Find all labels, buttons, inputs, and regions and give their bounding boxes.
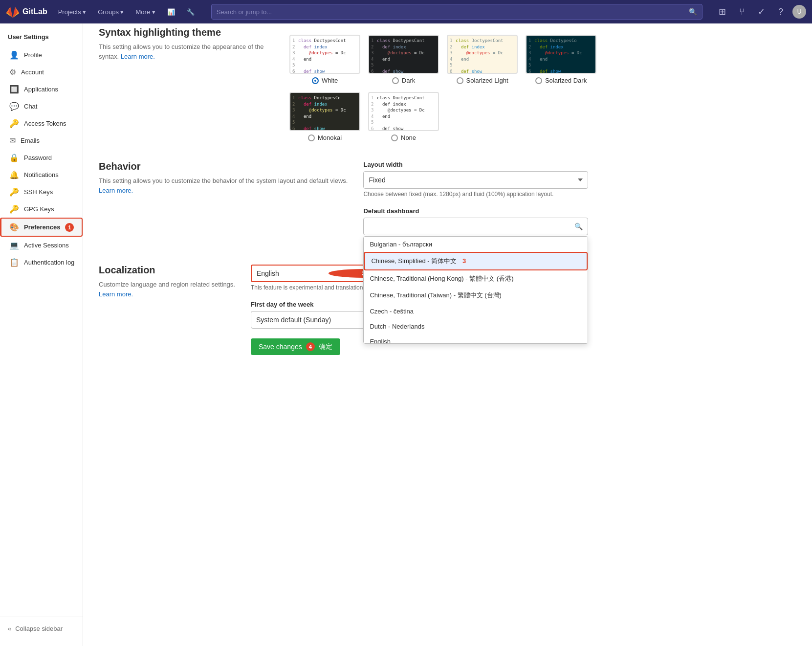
sidebar-item-account[interactable]: ⚙ Account (0, 64, 83, 81)
theme-none[interactable]: 1class DoctypesCont 2 def index 3 @docty… (368, 92, 439, 141)
dropdown-search-icon: 🔍 (574, 223, 583, 230)
dropdown-item-chinese-tw[interactable]: Chinese, Traditional (Taiwan) - 繁體中文 (台灣… (364, 287, 588, 304)
sidebar-title: User Settings (0, 29, 83, 46)
default-dashboard-label: Default dashboard (363, 207, 654, 215)
layout-width-select[interactable]: Fixed Fluid (363, 171, 588, 189)
preferences-badge: 1 (65, 223, 74, 232)
sidebar-item-label: Authentication log (24, 259, 74, 266)
sidebar-item-label: Chat (24, 103, 37, 110)
theme-preview-white: 1class DoctypesCont 2 def index 3 @docty… (289, 35, 360, 74)
theme-dark-label: Dark (392, 77, 415, 84)
layout-width-group: Layout width Fixed Fluid Choose between … (363, 161, 654, 198)
sidebar-item-profile[interactable]: 👤 Profile (0, 46, 83, 64)
sidebar-item-password[interactable]: 🔒 Password (0, 149, 83, 166)
main-content: Dark Light Dark Mode (alpha) Syntax high… (83, 0, 670, 386)
sidebar-item-label: SSH Keys (24, 188, 53, 196)
sidebar-item-ssh-keys[interactable]: 🔑 SSH Keys (0, 183, 83, 200)
default-dashboard-group: Default dashboard 🔍 Bulgarian - българск… (363, 207, 654, 235)
sidebar-item-preferences[interactable]: 🎨 Preferences 1 (0, 218, 83, 237)
nav-more[interactable]: More ▾ (131, 5, 160, 19)
theme-monokai[interactable]: 1class DoctypesCo 2 def index 3 @doctype… (289, 92, 360, 141)
language-value: English (257, 269, 326, 277)
dropdown-item-czech[interactable]: Czech - čeština (364, 304, 588, 319)
search-bar[interactable]: 🔍 (211, 4, 702, 20)
sidebar-item-label: Active Sessions (24, 242, 69, 249)
sidebar-item-emails[interactable]: ✉ Emails (0, 132, 83, 149)
sidebar-item-chat[interactable]: 💬 Chat (0, 98, 83, 115)
main-nav: Projects ▾ Groups ▾ More ▾ 📊 🔧 (53, 5, 199, 19)
account-icon: ⚙ (9, 67, 16, 77)
monokai-radio (308, 134, 315, 141)
emails-icon: ✉ (9, 136, 16, 145)
dropdown-item-chinese-hk[interactable]: Chinese, Traditional (Hong Kong) - 繁體中文 … (364, 270, 588, 287)
sidebar-item-label: GPG Keys (24, 205, 54, 213)
theme-solarized-light[interactable]: 1class DoctypesCont 2 def index 3 @docty… (447, 35, 518, 84)
localization-learn-more[interactable]: Learn more. (99, 290, 133, 298)
brand-name: GitLab (22, 7, 47, 16)
syntax-section: Syntax highlighting theme This setting a… (99, 27, 654, 141)
sidebar-item-active-sessions[interactable]: 💻 Active Sessions (0, 237, 83, 254)
logo[interactable]: GitLab (6, 5, 47, 19)
dropdown-search-input[interactable] (369, 223, 571, 230)
dropdown-item-dutch[interactable]: Dutch - Nederlands (364, 319, 588, 334)
preferences-icon: 🎨 (9, 223, 19, 232)
sidebar-item-auth-log[interactable]: 📋 Authentication log (0, 254, 83, 271)
todo-icon[interactable]: ✓ (753, 4, 769, 20)
save-label: Save changes (259, 343, 302, 351)
auth-log-icon: 📋 (9, 258, 19, 267)
behavior-title: Behavior (99, 161, 348, 172)
sidebar-item-label: Preferences (24, 223, 60, 231)
sidebar-item-label: Applications (24, 86, 58, 93)
nav-activity-icon[interactable]: 📊 (162, 5, 180, 19)
merge-request-icon[interactable]: ⑂ (734, 4, 749, 20)
syntax-desc: This setting allows you to customize the… (99, 42, 274, 61)
dropdown-item-english[interactable]: English (364, 334, 588, 344)
access-tokens-icon: 🔑 (9, 119, 19, 128)
theme-preview-solarized-light: 1class DoctypesCont 2 def index 3 @docty… (447, 35, 518, 74)
chat-icon: 💬 (9, 102, 19, 111)
theme-white[interactable]: 1class DoctypesCont 2 def index 3 @docty… (289, 35, 360, 84)
theme-monokai-label: Monokai (308, 134, 342, 141)
search-icon: 🔍 (689, 8, 697, 16)
save-changes-button[interactable]: Save changes 4 确定 (251, 338, 340, 355)
sidebar-item-notifications[interactable]: 🔔 Notifications (0, 166, 83, 183)
notifications-icon: 🔔 (9, 170, 19, 179)
behavior-learn-more[interactable]: Learn more. (99, 187, 133, 194)
dropdown-item-chinese-simplified[interactable]: Chinese, Simplified - 简体中文 3 (364, 252, 588, 270)
theme-white-label: White (312, 77, 338, 84)
solarized-light-radio (457, 77, 463, 84)
dropdown-item-bulgarian[interactable]: Bulgarian - български (364, 237, 588, 252)
nav-groups[interactable]: Groups ▾ (93, 5, 129, 19)
layout-width-label: Layout width (363, 161, 654, 168)
applications-icon: 🔲 (9, 85, 19, 94)
sidebar-item-label: Access Tokens (24, 120, 66, 127)
new-item-icon[interactable]: ⊞ (714, 4, 730, 20)
dashboard-dropdown[interactable]: 🔍 Bulgarian - български Chinese, Simplif… (363, 218, 588, 235)
sidebar-item-applications[interactable]: 🔲 Applications (0, 81, 83, 98)
nav-projects[interactable]: Projects ▾ (53, 5, 91, 19)
layout-width-hint: Choose between fixed (max. 1280px) and f… (363, 191, 654, 198)
search-input[interactable] (217, 8, 689, 16)
sidebar-item-label: Notifications (24, 171, 59, 178)
nav-devops-icon[interactable]: 🔧 (182, 5, 199, 19)
dark-theme-radio (392, 77, 399, 84)
theme-dark[interactable]: 1class DoctypesCont 2 def index 3 @docty… (368, 35, 439, 84)
theme-solarized-dark[interactable]: 1class DoctypesCo 2 def index 3 @doctype… (526, 35, 596, 84)
dropdown-search-row[interactable]: 🔍 (363, 218, 588, 235)
sidebar-item-gpg-keys[interactable]: 🔑 GPG Keys (0, 200, 83, 218)
sidebar: User Settings 👤 Profile ⚙ Account 🔲 Appl… (0, 23, 83, 386)
sidebar-item-access-tokens[interactable]: 🔑 Access Tokens (0, 115, 83, 132)
theme-grid: 1class DoctypesCont 2 def index 3 @docty… (289, 35, 654, 141)
top-navigation: GitLab Projects ▾ Groups ▾ More ▾ 📊 🔧 🔍 … (0, 0, 812, 23)
theme-solarized-light-label: Solarized Light (457, 77, 508, 84)
profile-icon: 👤 (9, 50, 19, 60)
save-badge: 4 (306, 342, 315, 351)
syntax-learn-more[interactable]: Learn more. (121, 53, 155, 60)
help-icon[interactable]: ? (773, 4, 789, 20)
ssh-keys-icon: 🔑 (9, 187, 19, 197)
theme-preview-none: 1class DoctypesCont 2 def index 3 @docty… (368, 92, 439, 131)
sidebar-item-label: Password (24, 154, 52, 161)
localization-title: Localization (99, 265, 235, 276)
theme-preview-monokai: 1class DoctypesCo 2 def index 3 @doctype… (289, 92, 360, 131)
avatar[interactable]: U (792, 5, 806, 19)
